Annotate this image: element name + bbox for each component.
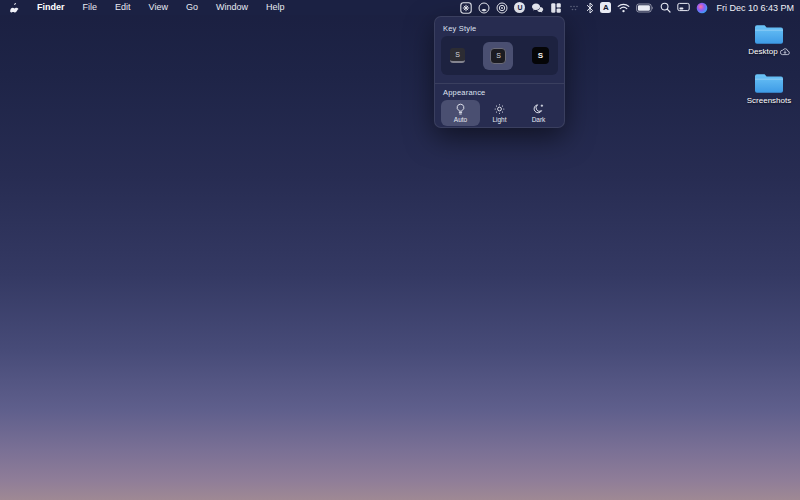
appearance-option-light[interactable]: Light bbox=[480, 100, 519, 126]
key-style-title: Key Style bbox=[443, 24, 476, 33]
lightbulb-icon bbox=[455, 103, 466, 115]
desktop-folder-desktop[interactable]: Desktop bbox=[739, 23, 799, 57]
desktop: Finder File Edit View Go Window Help bbox=[0, 0, 800, 500]
menu-window[interactable]: Window bbox=[207, 0, 257, 15]
apple-logo-icon bbox=[10, 2, 20, 14]
display-icon[interactable] bbox=[677, 0, 690, 15]
folder-icon bbox=[754, 23, 784, 46]
apple-menu[interactable] bbox=[6, 2, 28, 14]
bluetooth-icon[interactable] bbox=[586, 0, 594, 15]
window-tiles-icon[interactable] bbox=[550, 0, 562, 15]
chat-bubbles-icon[interactable] bbox=[531, 0, 544, 15]
speech-bubble-icon[interactable] bbox=[478, 0, 490, 15]
menu-bar: Finder File Edit View Go Window Help bbox=[0, 0, 800, 15]
appearance-light-label: Light bbox=[492, 117, 506, 124]
menu-edit[interactable]: Edit bbox=[106, 0, 140, 15]
concentric-circles-icon[interactable] bbox=[496, 0, 508, 15]
icloud-download-icon bbox=[780, 48, 790, 56]
appearance-dark-label: Dark bbox=[532, 117, 546, 124]
appearance-options: Auto Light bbox=[441, 100, 558, 126]
input-source-icon[interactable]: A bbox=[600, 2, 611, 13]
menu-bar-status-area: U bbox=[460, 0, 794, 15]
menu-go[interactable]: Go bbox=[177, 0, 207, 15]
key-style-option-dark-raised[interactable]: S bbox=[450, 48, 465, 63]
appearance-option-auto[interactable]: Auto bbox=[441, 100, 480, 126]
key-style-option-outlined[interactable]: S bbox=[483, 42, 513, 70]
menu-file[interactable]: File bbox=[74, 0, 107, 15]
appearance-auto-label: Auto bbox=[454, 117, 467, 124]
siri-icon[interactable] bbox=[696, 0, 708, 15]
menu-bar-clock[interactable]: Fri Dec 10 6:43 PM bbox=[714, 3, 794, 13]
folder-icon bbox=[754, 72, 784, 95]
keycap-outlined: S bbox=[490, 48, 506, 64]
u-badge-icon[interactable]: U bbox=[514, 2, 525, 13]
key-style-option-black[interactable]: S bbox=[532, 47, 549, 64]
battery-icon[interactable] bbox=[636, 0, 654, 15]
search-icon[interactable] bbox=[660, 0, 671, 15]
appearance-option-dark[interactable]: Dark bbox=[519, 100, 558, 126]
menu-finder[interactable]: Finder bbox=[28, 0, 74, 15]
key-style-popover: Key Style S S S Appearance Auto bbox=[434, 16, 565, 128]
desktop-folder-label: Desktop bbox=[748, 48, 777, 57]
menu-bar-left: Finder File Edit View Go Window Help bbox=[6, 0, 293, 15]
desktop-folder-screenshots[interactable]: Screenshots bbox=[739, 72, 799, 106]
menu-view[interactable]: View bbox=[140, 0, 177, 15]
key-style-options: S S S bbox=[441, 36, 558, 75]
menu-help[interactable]: Help bbox=[257, 0, 294, 15]
appearance-title: Appearance bbox=[443, 88, 485, 97]
asterisk-square-icon[interactable] bbox=[460, 0, 472, 15]
dimmed-grid-icon[interactable] bbox=[568, 0, 580, 15]
popover-divider bbox=[435, 83, 564, 84]
sun-icon bbox=[494, 103, 505, 115]
moon-icon bbox=[533, 103, 544, 115]
screenshots-folder-label: Screenshots bbox=[747, 97, 791, 106]
wifi-icon[interactable] bbox=[617, 0, 630, 15]
